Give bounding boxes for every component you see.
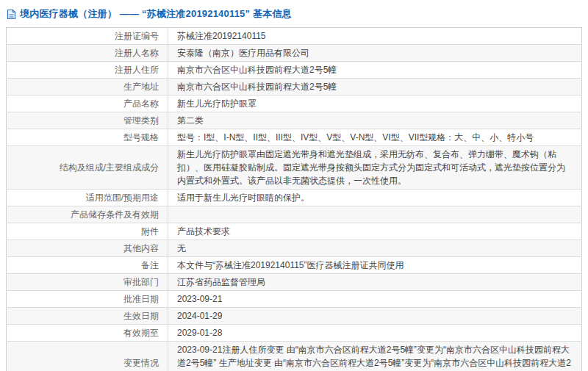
table-row: 产品名称新生儿光疗防护眼罩 <box>7 96 582 112</box>
row-label: 生效日期 <box>7 308 168 325</box>
row-label: 备注 <box>7 257 168 274</box>
row-value: 安泰隆（南京）医疗用品有限公司 <box>168 45 582 62</box>
row-value: 2024-01-29 <box>168 308 582 325</box>
row-label: 有效期至 <box>7 325 168 342</box>
row-value: 2029-01-28 <box>168 325 582 342</box>
table-row: 附件产品技术要求 <box>7 223 582 240</box>
row-label: 变更情况 <box>7 342 168 371</box>
basic-info-table: 注册证编号苏械注准20192140115注册人名称安泰隆（南京）医疗用品有限公司… <box>6 27 582 371</box>
table-row: 批准日期2023-09-21 <box>7 291 582 308</box>
table-row: 注册证编号苏械注准20192140115 <box>7 28 582 45</box>
row-label: 生产地址 <box>7 79 168 96</box>
row-value: 江苏省药品监督管理局 <box>168 274 582 291</box>
row-label: 审批部门 <box>7 274 168 291</box>
row-value: 适用于新生儿光疗时眼睛的保护。 <box>168 190 582 206</box>
row-label: 注册人名称 <box>7 45 168 62</box>
page-title: 境内医疗器械（注册） —— “苏械注准20192140115” 基本信息 <box>20 7 292 21</box>
row-value: 新生儿光疗防护眼罩由固定遮光带身和遮光垫组成，采用无纺布、复合布、弹力绷带、魔术… <box>168 146 582 190</box>
row-value: 本文件与“苏械注准20192140115”医疗器械注册证共同使用 <box>168 257 582 274</box>
table-row: 管理类别第二类 <box>7 112 582 129</box>
page-header: 境内医疗器械（注册） —— “苏械注准20192140115” 基本信息 <box>6 6 582 27</box>
row-value: 无 <box>168 240 582 257</box>
table-row: 注册人名称安泰隆（南京）医疗用品有限公司 <box>7 45 582 62</box>
row-value: 第二类 <box>168 112 582 129</box>
table-row: 型号规格型号：I型、I-N型、II型、III型、IV型、V型、V-N型、VI型、… <box>7 129 582 146</box>
row-label: 型号规格 <box>7 129 168 146</box>
row-value: 型号：I型、I-N型、II型、III型、IV型、V型、V-N型、VI型、VII型… <box>168 129 582 146</box>
row-label: 适用范围/预期用途 <box>7 190 168 206</box>
row-value: 南京市六合区中山科技园前程大道2号5幢 <box>168 79 582 96</box>
row-value: 南京市六合区中山科技园前程大道2号5幢 <box>168 62 582 79</box>
row-label: 产品名称 <box>7 96 168 112</box>
table-row: 备注本文件与“苏械注准20192140115”医疗器械注册证共同使用 <box>7 257 582 274</box>
table-row: 审批部门江苏省药品监督管理局 <box>7 274 582 291</box>
row-label: 批准日期 <box>7 291 168 308</box>
row-value <box>168 206 582 223</box>
row-value: 新生儿光疗防护眼罩 <box>168 96 582 112</box>
document-icon <box>7 9 16 20</box>
registration-info-page: 境内医疗器械（注册） —— “苏械注准20192140115” 基本信息 注册证… <box>0 0 588 371</box>
row-value: 2023-09-21 <box>168 291 582 308</box>
table-row: 结构及组成/主要组成成分新生儿光疗防护眼罩由固定遮光带身和遮光垫组成，采用无纺布… <box>7 146 582 190</box>
table-row: 适用范围/预期用途适用于新生儿光疗时眼睛的保护。 <box>7 190 582 206</box>
table-row: 生产地址南京市六合区中山科技园前程大道2号5幢 <box>7 79 582 96</box>
row-label: 结构及组成/主要组成成分 <box>7 146 168 190</box>
row-label: 注册人住所 <box>7 62 168 79</box>
row-label: 管理类别 <box>7 112 168 129</box>
row-value: 产品技术要求 <box>168 223 582 240</box>
table-row: 产品储存条件及有效期 <box>7 206 582 223</box>
info-table-body: 注册证编号苏械注准20192140115注册人名称安泰隆（南京）医疗用品有限公司… <box>7 28 582 371</box>
row-label: 产品储存条件及有效期 <box>7 206 168 223</box>
row-label: 注册证编号 <box>7 28 168 45</box>
table-row: 有效期至2029-01-28 <box>7 325 582 342</box>
table-row: 变更情况2023-09-21注册人住所变更 由“南京市六合区前程大道2号5幢”变… <box>7 342 582 371</box>
table-row: 生效日期2024-01-29 <box>7 308 582 325</box>
row-value: 苏械注准20192140115 <box>168 28 582 45</box>
row-value: 2023-09-21注册人住所变更 由“南京市六合区前程大道2号5幢”变更为“南… <box>168 342 582 371</box>
table-row: 其他内容无 <box>7 240 582 257</box>
table-row: 注册人住所南京市六合区中山科技园前程大道2号5幢 <box>7 62 582 79</box>
row-label: 附件 <box>7 223 168 240</box>
row-label: 其他内容 <box>7 240 168 257</box>
